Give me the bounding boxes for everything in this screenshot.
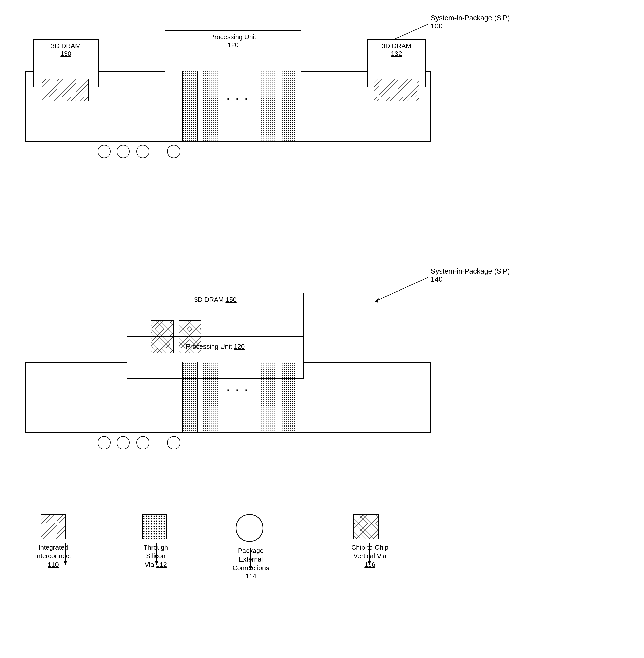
svg-line-2 bbox=[375, 277, 428, 301]
svg-rect-19 bbox=[261, 71, 276, 142]
sip2-label: System-in-Package (SiP) 140 bbox=[431, 267, 510, 283]
legend-label-3: PackageExternalConnections114 bbox=[213, 546, 289, 581]
legend-box-4 bbox=[353, 514, 379, 539]
svg-rect-37 bbox=[261, 362, 276, 433]
dram-left-label: 3D DRAM 130 bbox=[34, 42, 98, 58]
legend-label-4: Chip-to-ChipVertical Via116 bbox=[335, 543, 405, 569]
svg-rect-33 bbox=[182, 362, 198, 433]
dots-bottom: · · · bbox=[227, 385, 250, 396]
legend-box-1 bbox=[41, 514, 66, 539]
svg-rect-21 bbox=[281, 71, 296, 142]
sip1-label: System-in-Package (SiP) 100 bbox=[431, 14, 510, 30]
legend-label-2: ThroughSiliconVia 112 bbox=[125, 543, 186, 569]
tsv-top-1 bbox=[182, 71, 198, 142]
proc-unit-top-label: Processing Unit 120 bbox=[165, 33, 301, 49]
svg-rect-17 bbox=[203, 71, 218, 142]
svg-rect-23 bbox=[374, 78, 419, 101]
svg-rect-41 bbox=[41, 515, 66, 539]
tsv-top-4 bbox=[281, 71, 296, 142]
dram-right-label: 3D DRAM 132 bbox=[368, 42, 425, 58]
dots-top: · · · bbox=[227, 94, 250, 104]
tsv-top-3 bbox=[261, 71, 276, 142]
legend-label-1: Integratedinterconnect110 bbox=[24, 543, 82, 569]
svg-rect-31 bbox=[179, 321, 201, 353]
tsv-bot-3 bbox=[261, 362, 276, 433]
svg-marker-3 bbox=[375, 298, 379, 303]
c2c-via-left bbox=[151, 321, 174, 353]
dram-bottom-label: 3D DRAM 150 bbox=[128, 296, 303, 304]
solder-ball-top-4 bbox=[167, 145, 180, 158]
solder-ball-top-3 bbox=[136, 145, 150, 158]
svg-rect-15 bbox=[182, 71, 198, 142]
svg-rect-47 bbox=[354, 515, 379, 539]
tsv-top-2 bbox=[203, 71, 218, 142]
tsv-bot-1 bbox=[182, 362, 198, 433]
svg-rect-39 bbox=[281, 362, 296, 433]
svg-rect-13 bbox=[42, 78, 89, 101]
svg-rect-35 bbox=[203, 362, 218, 433]
svg-rect-27 bbox=[151, 321, 174, 353]
solder-ball-bot-2 bbox=[117, 436, 130, 449]
diagram-container: System-in-Package (SiP) 100 3D DRAM 130 … bbox=[0, 0, 644, 658]
dram-left-hatch bbox=[42, 78, 89, 101]
solder-ball-bot-4 bbox=[167, 436, 180, 449]
legend-box-2 bbox=[142, 514, 167, 539]
tsv-bot-2 bbox=[203, 362, 218, 433]
legend-box-3 bbox=[236, 514, 263, 542]
solder-ball-top-1 bbox=[97, 145, 111, 158]
c2c-via-right bbox=[179, 321, 201, 353]
solder-ball-bot-3 bbox=[136, 436, 150, 449]
solder-ball-bot-1 bbox=[97, 436, 111, 449]
solder-ball-top-2 bbox=[117, 145, 130, 158]
tsv-bot-4 bbox=[281, 362, 296, 433]
dram-right-hatch bbox=[374, 78, 419, 101]
svg-rect-43 bbox=[143, 515, 167, 539]
